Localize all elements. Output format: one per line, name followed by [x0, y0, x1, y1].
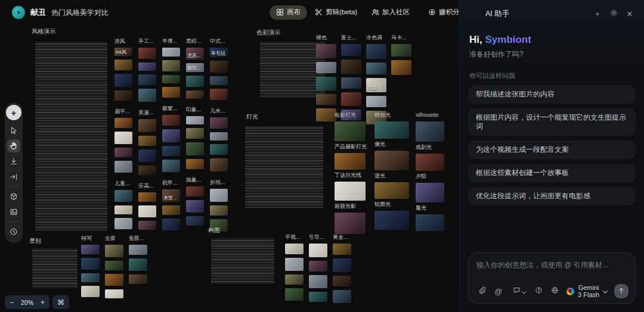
asset-thumbnail[interactable] — [391, 44, 411, 57]
tool-import-icon[interactable] — [7, 170, 20, 183]
tool-download-icon[interactable] — [7, 155, 20, 168]
shot-scale-note-card[interactable] — [29, 245, 81, 292]
asset-thumbnail[interactable] — [186, 116, 204, 124]
attach-button[interactable] — [475, 285, 489, 298]
canvas[interactable]: 风格演示港风ins风扁平...儿童...手工...美漫...乐高...半厚...… — [0, 0, 459, 312]
suggestion-item[interactable]: 根据图片内容，设计一个能复现它的文生图提示词 — [468, 108, 636, 136]
asset-thumbnail[interactable] — [162, 75, 180, 83]
asset-thumbnail[interactable] — [333, 258, 351, 272]
asset-thumbnail[interactable] — [341, 60, 361, 74]
shortcuts-button[interactable]: ⌘ — [52, 295, 69, 309]
asset-thumbnail[interactable]: 羊毛毡 — [210, 48, 228, 57]
asset-thumbnail[interactable] — [138, 63, 156, 71]
mention-button[interactable]: @ — [491, 285, 505, 298]
asset-thumbnail[interactable] — [366, 63, 386, 74]
asset-thumbnail[interactable]: 克苏... — [186, 48, 204, 60]
model-selector[interactable]: Gemini 3 Flash — [564, 284, 610, 298]
settings-button[interactable] — [608, 8, 620, 20]
asset-thumbnail[interactable] — [81, 273, 100, 282]
asset-thumbnail[interactable] — [114, 60, 132, 70]
asset-thumbnail[interactable] — [162, 60, 180, 71]
style-demo-note-card[interactable] — [32, 38, 111, 234]
asset-thumbnail[interactable] — [374, 121, 409, 139]
suggestion-item[interactable]: 为这个视频生成一段配音文案 — [468, 141, 636, 159]
asset-thumbnail[interactable] — [138, 166, 156, 175]
asset-thumbnail[interactable] — [285, 244, 304, 254]
asset-thumbnail[interactable] — [114, 205, 132, 214]
asset-thumbnail[interactable] — [341, 44, 361, 56]
asset-thumbnail[interactable] — [186, 216, 204, 226]
asset-thumbnail[interactable] — [333, 290, 351, 303]
asset-thumbnail[interactable] — [186, 186, 204, 196]
asset-thumbnail[interactable] — [105, 289, 123, 298]
asset-thumbnail[interactable] — [162, 205, 180, 215]
asset-thumbnail[interactable] — [210, 205, 228, 216]
asset-thumbnail[interactable] — [162, 160, 180, 172]
asset-thumbnail[interactable] — [138, 48, 156, 59]
asset-thumbnail[interactable] — [333, 276, 351, 286]
asset-thumbnail[interactable] — [81, 245, 100, 254]
tool-hand-icon[interactable] — [7, 139, 20, 152]
asset-thumbnail[interactable] — [341, 77, 361, 89]
asset-thumbnail[interactable] — [335, 153, 366, 170]
asset-thumbnail[interactable] — [316, 94, 336, 105]
asset-thumbnail[interactable] — [129, 258, 147, 271]
join-community-button[interactable]: 加入社区 — [365, 5, 416, 20]
asset-thumbnail[interactable] — [366, 44, 386, 59]
asset-thumbnail[interactable] — [335, 213, 366, 234]
asset-thumbnail[interactable] — [391, 60, 411, 75]
composition-note-card[interactable] — [208, 235, 278, 288]
asset-thumbnail[interactable] — [138, 205, 156, 217]
asset-thumbnail[interactable] — [333, 244, 351, 255]
asset-thumbnail[interactable] — [316, 44, 336, 58]
chat-mode-button[interactable] — [510, 285, 530, 298]
prompt-input[interactable] — [475, 259, 628, 280]
close-panel-button[interactable]: ✕ — [624, 8, 636, 20]
asset-thumbnail[interactable] — [186, 128, 204, 139]
usage-button[interactable] — [532, 285, 546, 298]
suggestion-item[interactable]: 帮我描述这张图片的内容 — [468, 85, 636, 104]
asset-thumbnail[interactable] — [210, 61, 228, 73]
tool-add-icon[interactable]: + — [6, 105, 21, 120]
asset-thumbnail[interactable] — [114, 148, 132, 157]
asset-thumbnail[interactable] — [374, 211, 409, 230]
asset-thumbnail[interactable] — [162, 48, 180, 57]
asset-thumbnail[interactable] — [210, 144, 228, 155]
send-button[interactable] — [614, 284, 628, 298]
asset-thumbnail[interactable]: ins风 — [114, 48, 132, 56]
asset-thumbnail[interactable] — [114, 91, 132, 101]
asset-thumbnail[interactable] — [335, 182, 366, 201]
asset-thumbnail[interactable] — [105, 261, 123, 270]
asset-thumbnail[interactable] — [114, 132, 132, 144]
asset-thumbnail[interactable] — [210, 158, 228, 171]
asset-thumbnail[interactable] — [374, 182, 409, 199]
asset-thumbnail[interactable] — [416, 183, 444, 202]
asset-thumbnail[interactable] — [129, 245, 147, 255]
asset-thumbnail[interactable]: 末世... — [162, 189, 180, 202]
lighting-note-card[interactable] — [242, 122, 327, 212]
asset-thumbnail[interactable] — [138, 119, 156, 132]
asset-thumbnail[interactable] — [309, 244, 327, 257]
asset-thumbnail[interactable] — [114, 218, 132, 229]
tool-cursor-icon[interactable] — [7, 124, 20, 137]
asset-thumbnail[interactable] — [81, 258, 100, 270]
asset-thumbnail[interactable] — [81, 286, 100, 297]
asset-thumbnail[interactable] — [138, 149, 156, 162]
asset-thumbnail[interactable] — [162, 219, 180, 230]
asset-thumbnail[interactable] — [210, 89, 228, 100]
asset-thumbnail[interactable] — [416, 121, 444, 142]
suggestion-item[interactable]: 根据这些素材创建一个故事板 — [468, 164, 636, 182]
asset-thumbnail[interactable] — [285, 288, 304, 301]
asset-thumbnail[interactable] — [316, 62, 336, 73]
asset-thumbnail[interactable] — [162, 87, 180, 98]
asset-thumbnail[interactable] — [285, 274, 304, 285]
asset-thumbnail[interactable] — [309, 275, 327, 288]
asset-thumbnail[interactable] — [114, 190, 132, 202]
asset-thumbnail[interactable] — [186, 91, 204, 99]
asset-thumbnail[interactable]: 高亮 — [366, 78, 386, 92]
zoom-out-button[interactable]: − — [5, 295, 18, 309]
asset-thumbnail[interactable] — [309, 292, 327, 302]
asset-thumbnail[interactable] — [138, 89, 156, 102]
suggestion-item[interactable]: 优化这段提示词，让画面更有电影感 — [468, 187, 636, 205]
tool-cube-icon[interactable] — [7, 190, 20, 203]
